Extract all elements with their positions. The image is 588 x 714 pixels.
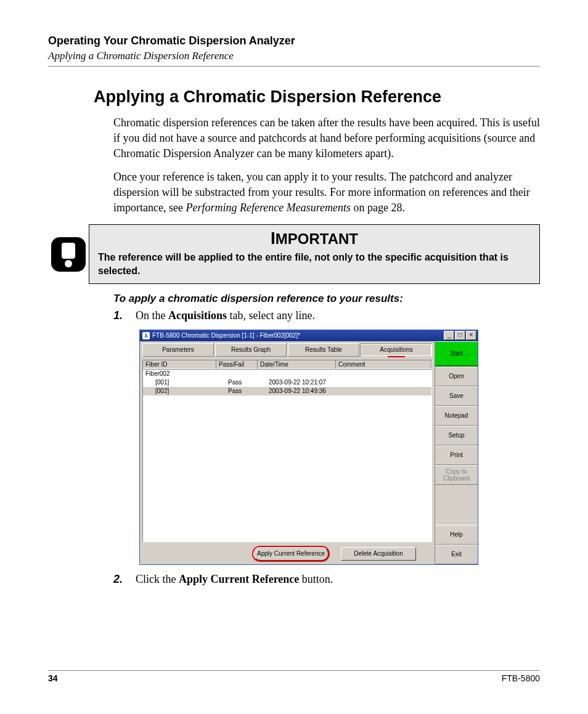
cell-date-time: 2003-09-22 10:49:36 [266, 387, 344, 396]
important-title: IMPORTANT [98, 229, 531, 248]
cell-date-time [256, 370, 334, 378]
tab-acquisitions[interactable]: Acquisitions [361, 343, 432, 357]
maximize-button[interactable]: □ [455, 331, 465, 340]
step-1-pre: On the [136, 309, 168, 322]
header-chapter: Operating Your Chromatic Dispersion Anal… [48, 34, 540, 47]
setup-button[interactable]: Setup [435, 426, 478, 445]
svg-rect-1 [62, 243, 75, 259]
paragraph-2c: on page 28. [351, 201, 405, 214]
step-2-pre: Click the [136, 573, 179, 585]
step-2: 2. Click the Apply Current Reference but… [113, 572, 540, 586]
tab-acquisitions-underline [388, 356, 405, 357]
tab-parameters[interactable]: Parameters [142, 343, 214, 357]
titlebar: λ FTB-5800 Chromatic Dispersion [1-1] - … [140, 330, 478, 341]
delete-acquisition-button[interactable]: Delete Acquisition [341, 547, 416, 561]
help-button[interactable]: Help [435, 525, 478, 545]
tab-results-table[interactable]: Results Table [288, 343, 359, 357]
step-2-num: 2. [113, 572, 136, 586]
step-1-post: tab, select any line. [227, 309, 315, 322]
step-1-text: On the Acquisitions tab, select any line… [136, 309, 315, 323]
acquisitions-grid[interactable]: Fiber ID Pass/Fail Date/Time Comment Fib… [142, 360, 432, 542]
header-rule [48, 66, 540, 67]
apply-current-reference-button[interactable]: Apply Current Reference [253, 547, 329, 561]
grid-header: Fiber ID Pass/Fail Date/Time Comment [143, 360, 431, 370]
paragraph-2: Once your reference is taken, you can ap… [113, 169, 540, 215]
important-title-initial: I [271, 229, 276, 248]
svg-point-2 [65, 260, 72, 267]
table-row[interactable]: [001]Pass2003-09-22 10:21:07 [143, 378, 431, 387]
footer-model: FTB-5800 [502, 673, 540, 683]
tab-results-graph[interactable]: Results Graph [215, 343, 287, 357]
cell-pass-fail [216, 370, 256, 378]
exit-button[interactable]: Exit [435, 545, 478, 564]
copy-to-clipboard-button[interactable]: Copy to Clipboard [435, 465, 478, 485]
step-2-post: button. [299, 573, 333, 585]
cell-fiber-id: Fiber002 [143, 370, 216, 378]
minimize-button[interactable]: _ [444, 331, 454, 340]
footer-rule [48, 670, 540, 671]
cell-fiber-id: [001] [143, 378, 226, 387]
app-icon: λ [142, 332, 150, 339]
col-date-time[interactable]: Date/Time [258, 360, 336, 369]
page-title: Applying a Chromatic Dispersion Referenc… [94, 87, 540, 107]
footer: 34 FTB-5800 [48, 665, 540, 683]
page-number: 34 [48, 673, 58, 683]
start-button[interactable]: Start [435, 341, 478, 367]
paragraph-1: Chromatic dispersion references can be t… [113, 115, 540, 161]
notepad-button[interactable]: Notepad [435, 406, 478, 426]
step-2-text: Click the Apply Current Reference button… [136, 572, 333, 586]
app-window: λ FTB-5800 Chromatic Dispersion [1-1] - … [139, 330, 478, 565]
step-1-num: 1. [113, 309, 136, 323]
step-1: 1. On the Acquisitions tab, select any l… [113, 309, 540, 323]
titlebar-text: FTB-5800 Chromatic Dispersion [1-1] - Fi… [152, 332, 300, 339]
tabs: Parameters Results Graph Results Table A… [140, 341, 435, 359]
print-button[interactable]: Print [435, 445, 478, 465]
important-title-rest: MPORTANT [276, 230, 358, 247]
sidebar: Start Open Save Notepad Setup Print Copy… [435, 341, 478, 564]
important-body: The reference will be applied to the ent… [98, 251, 531, 277]
cell-date-time: 2003-09-22 10:21:07 [266, 378, 344, 387]
cell-pass-fail: Pass [226, 378, 266, 387]
open-button[interactable]: Open [435, 367, 478, 386]
procedure-heading: To apply a chromatic dispersion referenc… [113, 293, 540, 305]
paragraph-2-ref: Performing Reference Measurements [186, 201, 351, 214]
save-button[interactable]: Save [435, 386, 478, 406]
col-pass-fail[interactable]: Pass/Fail [216, 360, 258, 369]
important-icon [48, 224, 89, 284]
col-comment[interactable]: Comment [336, 360, 431, 369]
important-box: IMPORTANT The reference will be applied … [89, 224, 540, 284]
col-fiber-id[interactable]: Fiber ID [143, 360, 216, 369]
table-row[interactable]: [002]Pass2003-09-22 10:49:36 [143, 387, 431, 396]
table-row[interactable]: Fiber002 [143, 370, 431, 378]
tab-acquisitions-label: Acquisitions [380, 346, 412, 353]
step-2-bold: Apply Current Reference [179, 573, 299, 585]
cell-comment [344, 378, 431, 387]
step-1-bold: Acquisitions [168, 309, 227, 322]
cell-pass-fail: Pass [226, 387, 266, 396]
cell-comment [344, 387, 431, 396]
header-section: Applying a Chromatic Dispersion Referenc… [48, 50, 540, 62]
cell-comment [334, 370, 431, 378]
close-button[interactable]: × [466, 331, 476, 340]
cell-fiber-id: [002] [143, 387, 226, 396]
